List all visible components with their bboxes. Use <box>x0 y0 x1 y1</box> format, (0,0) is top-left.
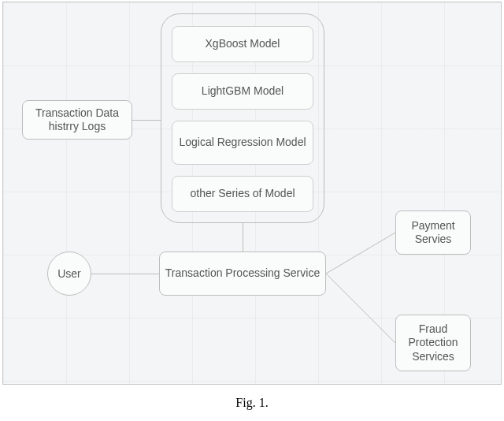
figure: XgBoost Model LightGBM Model Logical Reg… <box>0 0 504 421</box>
connector-models-to-tps <box>243 223 243 251</box>
model-logical-regression: Logical Regression Model <box>172 121 313 165</box>
svg-line-0 <box>326 233 395 274</box>
diagram-canvas: XgBoost Model LightGBM Model Logical Reg… <box>2 2 502 385</box>
node-user: User <box>47 251 91 296</box>
svg-line-1 <box>326 274 395 343</box>
model-lightgbm: LightGBM Model <box>172 73 313 110</box>
node-payment-services: Payment Servies <box>395 210 471 255</box>
node-transaction-data-logs: Transaction Data histrry Logs <box>22 100 132 140</box>
connector-user-to-tps <box>91 274 159 274</box>
model-xgboost: XgBoost Model <box>172 26 313 62</box>
model-other-series: other Series of Model <box>172 176 313 212</box>
figure-caption: Fig. 1. <box>235 396 268 410</box>
connector-logs-to-models <box>132 120 161 121</box>
node-fraud-protection-services: Fraud Protection Services <box>395 315 471 371</box>
node-transaction-processing-service: Transaction Processing Service <box>159 251 326 296</box>
